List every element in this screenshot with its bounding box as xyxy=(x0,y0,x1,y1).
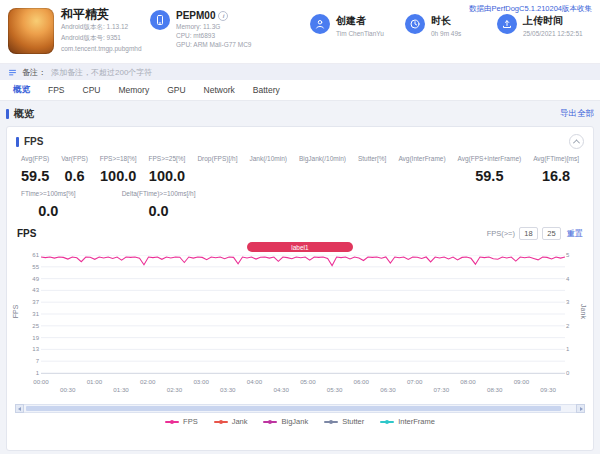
stat-cell: FPS>=18[%] 100.0 xyxy=(100,155,137,185)
scrollbar-track[interactable] xyxy=(24,404,576,413)
stat-cell: FPS>=25[%] 100.0 xyxy=(149,155,186,185)
creator-name: Tim ChenTianYu xyxy=(336,30,384,37)
scroll-right-button[interactable] xyxy=(576,404,585,413)
game-title: 和平精英 xyxy=(61,8,142,21)
legend-marker-icon xyxy=(324,421,338,423)
fps-chart-title: FPS xyxy=(17,228,36,239)
game-icon xyxy=(8,8,54,54)
stat-cell: Var(FPS) 0.6 xyxy=(61,155,88,185)
fps-stats-row: Avg(FPS) 59.5 Var(FPS) 0.6 FPS>=18[%] 10… xyxy=(7,149,593,185)
stat-cell: Stutter[%] xyxy=(358,155,387,185)
device-model: PEPM00 xyxy=(176,10,215,21)
clock-icon xyxy=(405,14,425,34)
info-icon[interactable] xyxy=(218,11,228,21)
stat-value: 100.0 xyxy=(149,168,186,185)
legend-label: InterFrame xyxy=(398,417,435,426)
legend-item[interactable]: BigJank xyxy=(263,417,308,426)
chart-marker-label[interactable]: label1 xyxy=(247,242,352,252)
legend-item[interactable]: FPS xyxy=(165,417,198,426)
fps-threshold-high-input[interactable]: 25 xyxy=(542,227,561,240)
legend-item[interactable]: InterFrame xyxy=(380,417,435,426)
stat-value: 16.8 xyxy=(533,168,579,185)
stat-cell: Avg(InterFrame) xyxy=(398,155,445,185)
duration-label: 时长 xyxy=(431,14,461,28)
stat-value: 0.0 xyxy=(122,203,196,220)
creator-label: 创建者 xyxy=(336,14,384,28)
upload-time-block: 上传时间 25/05/2021 12:52:51 xyxy=(497,14,583,37)
stat-cell: Avg(FPS+InterFrame) 59.5 xyxy=(458,155,522,185)
fps-threshold-low-input[interactable]: 18 xyxy=(519,227,538,240)
note-bar[interactable]: 备注： 添加备注，不超过200个字符 xyxy=(0,64,600,80)
legend-item[interactable]: Stutter xyxy=(324,417,364,426)
legend-item[interactable]: Jank xyxy=(214,417,248,426)
overview-content: 概览 导出全部 FPS Avg(FPS) 59.5 Var(FPS) 0.6 xyxy=(0,101,600,454)
device-info-block: PEPM00 Memory: 11.3G CPU: mt6893 GPU: AR… xyxy=(150,10,252,48)
stat-cell: Drop(FPS)[/h] xyxy=(197,155,237,185)
legend-marker-icon xyxy=(165,421,179,423)
jank-axis-title: Jank xyxy=(580,304,587,319)
game-info-block: 和平精英 Android版本名: 1.13.12 Android版本号: 935… xyxy=(8,8,142,54)
fps-axis-title: FPS xyxy=(12,305,19,319)
person-icon xyxy=(310,14,330,34)
tab[interactable]: CPU xyxy=(74,80,110,100)
fps-line-plot[interactable] xyxy=(41,255,565,374)
scroll-left-button[interactable] xyxy=(15,404,24,413)
app-version-name: Android版本名: 1.13.12 xyxy=(61,23,142,32)
collector-version-note: 数据由PerfDogC5.1.210204版本收集 xyxy=(469,4,592,14)
stat-label: Avg(FPS) xyxy=(21,155,49,162)
legend-marker-icon xyxy=(263,421,277,423)
stat-value: 0.0 xyxy=(21,203,76,220)
stat-cell: Avg(FPS) 59.5 xyxy=(21,155,49,185)
fps-panel: FPS Avg(FPS) 59.5 Var(FPS) 0.6 FPS>=18[%… xyxy=(6,126,594,451)
app-package: com.tencent.tmgp.pubgmhd xyxy=(61,45,142,52)
scrollbar-thumb[interactable] xyxy=(26,406,561,411)
device-cpu: CPU: mt6893 xyxy=(176,32,252,39)
stat-label: BigJank(/10min) xyxy=(299,155,346,162)
legend-label: BigJank xyxy=(281,417,308,426)
legend-label: Stutter xyxy=(342,417,364,426)
reset-link[interactable]: 重置 xyxy=(567,228,583,239)
tab[interactable]: Network xyxy=(195,80,244,100)
duration-value: 0h 9m 49s xyxy=(431,30,461,37)
stat-value: 100.0 xyxy=(100,168,137,185)
tab[interactable]: 概览 xyxy=(4,80,39,100)
tab[interactable]: GPU xyxy=(158,80,194,100)
tab[interactable]: Memory xyxy=(109,80,158,100)
stat-label: Stutter[%] xyxy=(358,155,387,162)
legend-marker-icon xyxy=(214,421,228,423)
stat-value xyxy=(249,168,287,185)
stat-label: Var(FPS) xyxy=(61,155,88,162)
stat-label: FPS>=25[%] xyxy=(149,155,186,162)
stat-value: 59.5 xyxy=(458,168,522,185)
note-placeholder: 添加备注，不超过200个字符 xyxy=(51,67,152,78)
tab[interactable]: Battery xyxy=(244,80,289,100)
app-version-code: Android版本号: 9351 xyxy=(61,34,142,43)
stat-value xyxy=(299,168,346,185)
x-axis-labels: 00:0000:3001:0001:3002:0002:3003:0003:30… xyxy=(41,376,565,396)
stat-value xyxy=(398,168,445,185)
legend-label: FPS xyxy=(183,417,198,426)
legend-label: Jank xyxy=(232,417,248,426)
upload-time-value: 25/05/2021 12:52:51 xyxy=(523,30,583,37)
stat-cell: FTime>=100ms[%] 0.0 xyxy=(21,190,76,220)
ftime-stats-row: FTime>=100ms[%] 0.0 Delta(FTime)>=100ms[… xyxy=(7,185,593,220)
creator-block: 创建者 Tim ChenTianYu xyxy=(310,14,384,37)
upload-time-label: 上传时间 xyxy=(523,14,583,28)
chevron-up-icon xyxy=(573,139,580,146)
note-icon xyxy=(8,68,17,77)
stat-value xyxy=(197,168,237,185)
y-axis-ticks-right: 543210 xyxy=(566,255,580,373)
fps-panel-title: FPS xyxy=(24,136,43,147)
chart-scrollbar[interactable] xyxy=(15,404,585,413)
note-label: 备注： xyxy=(22,67,46,78)
stat-cell: BigJank(/10min) xyxy=(299,155,346,185)
fps-threshold-label: FPS(>=) xyxy=(487,229,515,238)
phone-icon xyxy=(150,10,170,30)
collapse-button[interactable] xyxy=(569,134,584,149)
stat-cell: Avg(FTime)[ms] 16.8 xyxy=(533,155,579,185)
chart-legend: FPS Jank BigJank Stutter InterFrame xyxy=(7,414,593,429)
export-all-link[interactable]: 导出全部 xyxy=(560,108,594,120)
tab[interactable]: FPS xyxy=(39,80,74,100)
stat-label: Drop(FPS)[/h] xyxy=(197,155,237,162)
stat-cell: Jank(/10min) xyxy=(249,155,287,185)
